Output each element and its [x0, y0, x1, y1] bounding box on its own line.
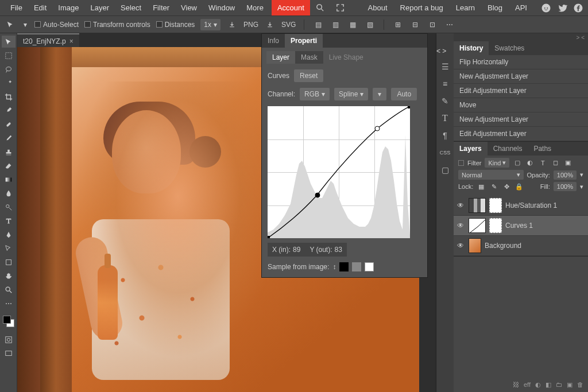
menu-account[interactable]: Account	[272, 0, 310, 15]
curve-point-selected[interactable]	[315, 193, 320, 198]
png-label[interactable]: PNG	[243, 21, 258, 29]
pen-tool[interactable]	[2, 228, 16, 240]
dock-image-icon[interactable]: ▢	[439, 164, 451, 176]
tab-paths[interactable]: Paths	[528, 142, 557, 156]
tab-channels[interactable]: Channels	[488, 142, 528, 156]
history-item[interactable]: New Adjustment Layer	[454, 69, 588, 84]
visibility-icon[interactable]: 👁	[457, 201, 465, 209]
screenmode-tool[interactable]	[2, 347, 16, 359]
adjustment-icon[interactable]: ◧	[546, 381, 551, 389]
menu-image[interactable]: Image	[52, 0, 84, 15]
crop-tool[interactable]	[2, 91, 16, 103]
x-input[interactable]: X (in):89	[268, 243, 305, 257]
lasso-tool[interactable]	[2, 63, 16, 75]
trash-icon[interactable]: 🗑	[577, 381, 583, 389]
filter-checkbox[interactable]	[458, 160, 464, 166]
history-item[interactable]: Edit Adjustment Layer	[454, 84, 588, 98]
lock-all-icon[interactable]: 🔒	[514, 183, 524, 191]
subtab-liveshape[interactable]: Live Shape	[323, 51, 369, 64]
menu-view[interactable]: View	[175, 0, 203, 15]
more-align-icon[interactable]: ⋯	[444, 19, 455, 30]
shape-tool[interactable]	[2, 256, 16, 268]
zoom-tool[interactable]	[2, 284, 16, 296]
dock-css-icon[interactable]: CSS	[439, 147, 451, 158]
eraser-tool[interactable]	[2, 160, 16, 172]
mask-icon[interactable]: ◐	[535, 381, 541, 389]
reddit-icon[interactable]	[541, 3, 551, 13]
align-right-icon[interactable]: ▦	[347, 19, 358, 30]
tab-info[interactable]: Info	[262, 34, 285, 48]
eyedropper-tool[interactable]	[2, 104, 16, 117]
transform-controls-checkbox[interactable]: Transform controls	[84, 21, 150, 29]
distribute-h-icon[interactable]: ⊞	[392, 19, 404, 30]
layer-row[interactable]: 👁 Hue/Saturation 1	[454, 196, 588, 216]
menu-filter[interactable]: Filter	[147, 0, 175, 15]
dock-paragraph-icon[interactable]: ¶	[439, 130, 451, 141]
lock-move-icon[interactable]: ✥	[502, 183, 511, 191]
menu-layer[interactable]: Layer	[85, 0, 115, 15]
facebook-icon[interactable]	[573, 3, 583, 13]
file-tab[interactable]: t20_EnjNYZ.p ×	[17, 33, 79, 48]
align-top-icon[interactable]: ▧	[364, 19, 376, 30]
effects-icon[interactable]: eff	[524, 381, 531, 389]
layer-row[interactable]: 👁 Curves 1	[454, 216, 588, 236]
menu-report-bug[interactable]: Report a bug	[397, 0, 447, 15]
visibility-icon[interactable]: 👁	[457, 242, 465, 250]
sample-gray[interactable]	[352, 262, 361, 271]
layer-row[interactable]: 👁 Background	[454, 236, 588, 256]
opacity-chevron-icon[interactable]: ▾	[580, 171, 583, 178]
sample-black[interactable]	[339, 262, 349, 271]
tab-properties[interactable]: Properti	[285, 34, 323, 48]
collapse-left[interactable]: < >	[436, 47, 454, 55]
tab-history[interactable]: History	[454, 41, 489, 55]
channel-select[interactable]: RGB▾	[300, 88, 330, 100]
filter-shape-icon[interactable]: ◻	[551, 159, 560, 167]
visibility-icon[interactable]: 👁	[457, 222, 465, 230]
filter-smart-icon[interactable]: ▣	[563, 159, 572, 167]
tab-layers[interactable]: Layers	[454, 142, 488, 156]
quickmask-tool[interactable]	[2, 333, 16, 346]
eyedropper-sample-icon[interactable]: ↕	[332, 263, 336, 271]
menu-edit[interactable]: Edit	[28, 0, 52, 15]
menu-file[interactable]: File	[5, 0, 28, 15]
folder-icon[interactable]: 🗀	[556, 381, 562, 389]
move-tool[interactable]	[2, 36, 16, 48]
marquee-tool[interactable]	[2, 49, 16, 61]
dock-type-icon[interactable]: T	[439, 112, 451, 124]
download-icon[interactable]	[226, 19, 238, 30]
close-icon[interactable]: ×	[69, 37, 74, 45]
menu-about[interactable]: About	[365, 0, 391, 15]
path-tool[interactable]	[2, 242, 16, 254]
opacity-input[interactable]: 100%	[554, 170, 577, 180]
layer-mask[interactable]	[489, 198, 502, 213]
zoom-select[interactable]: 1x▾	[200, 19, 220, 30]
distribute-icon[interactable]: ⊡	[427, 19, 438, 30]
hand-tool[interactable]	[2, 270, 16, 282]
menu-learn[interactable]: Learn	[452, 0, 478, 15]
filter-image-icon[interactable]: ▢	[513, 159, 522, 167]
tab-swatches[interactable]: Swatches	[489, 41, 530, 55]
kind-select[interactable]: Kind▾	[485, 158, 509, 168]
fill-chevron-icon[interactable]: ▾	[580, 183, 583, 191]
dropdown-icon[interactable]: ▾	[22, 19, 29, 30]
search-icon[interactable]	[310, 0, 330, 15]
auto-button[interactable]: Auto	[391, 88, 417, 100]
subtab-layer[interactable]: Layer	[266, 51, 295, 64]
wand-tool[interactable]	[2, 77, 16, 89]
blend-select[interactable]: Normal▾	[458, 170, 524, 180]
menu-window[interactable]: Window	[203, 0, 241, 15]
move-tool-icon[interactable]	[5, 19, 16, 30]
dodge-tool[interactable]	[2, 201, 16, 213]
menu-api[interactable]: API	[512, 0, 531, 15]
brush-tool[interactable]	[2, 132, 16, 144]
menu-select[interactable]: Select	[115, 0, 147, 15]
heal-tool[interactable]	[2, 118, 16, 130]
type-tool[interactable]	[2, 215, 16, 227]
dock-history-icon[interactable]: ☰	[439, 61, 451, 72]
filter-type-icon[interactable]: T	[538, 159, 547, 167]
link-icon[interactable]: ⛓	[513, 381, 519, 389]
filter-adjust-icon[interactable]: ◐	[525, 159, 535, 167]
curve-point[interactable]	[375, 126, 380, 131]
history-item[interactable]: Edit Adjustment Layer	[454, 127, 588, 141]
fill-input[interactable]: 100%	[554, 182, 577, 191]
